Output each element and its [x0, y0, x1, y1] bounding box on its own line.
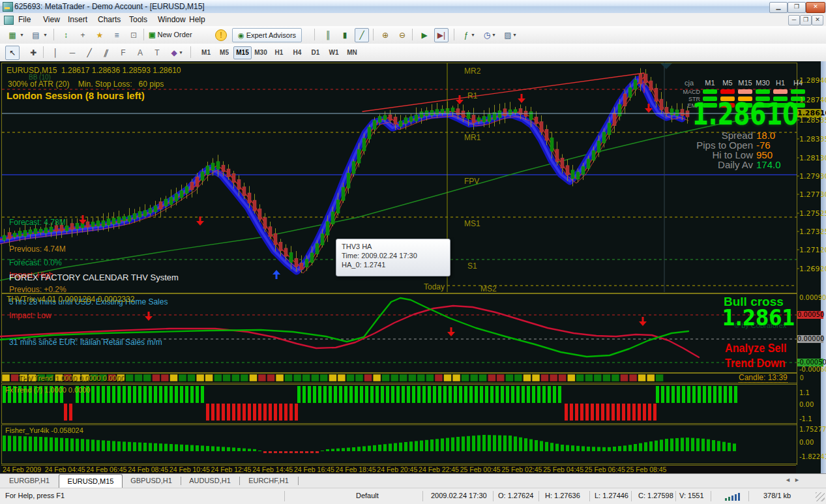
panel-cell-macd-H1: [773, 89, 788, 94]
menu-view[interactable]: View: [43, 15, 60, 24]
periods-dropdown[interactable]: ▼: [492, 33, 496, 37]
fx-tick: 0.00: [799, 401, 821, 408]
pivot-fpv: FPV: [464, 177, 479, 186]
menu-tools[interactable]: Tools: [129, 15, 147, 24]
timeframe-m30[interactable]: M30: [252, 46, 270, 59]
templates-dropdown[interactable]: ▼: [512, 33, 517, 37]
thvtrend-label: THV Trend 1.0000 0.0000 0.0000: [18, 374, 125, 382]
tab-gbpusd-h1[interactable]: GBPUSD,H1: [123, 474, 180, 488]
tab-scroll-left[interactable]: ◄: [785, 477, 791, 483]
zoom-in-button[interactable]: ⊕: [378, 28, 392, 42]
channel-button[interactable]: ∥: [96, 46, 116, 60]
time-label: 24 Feb 10:45: [167, 466, 213, 473]
arrows-dropdown[interactable]: ▼: [179, 50, 183, 55]
crosshair-button[interactable]: +: [76, 28, 90, 42]
status-time: 2009.02.24 17:30: [431, 492, 487, 499]
toolbar-separator: [454, 29, 454, 40]
menu-insert[interactable]: Insert: [68, 15, 87, 24]
price-tick: 1.28335: [799, 135, 821, 143]
time-label: 25 Feb 04:45: [540, 466, 586, 473]
pivot-ms2: MS2: [480, 284, 497, 293]
panel-cell-macd-M30: [756, 89, 770, 94]
menu-file[interactable]: File: [18, 15, 31, 24]
pivot-s1: S1: [467, 261, 477, 271]
new-order-icon: ▣: [149, 31, 157, 38]
market-watch-button[interactable]: ↕: [59, 28, 73, 42]
timeframe-h4[interactable]: H4: [288, 46, 306, 59]
indicators-dropdown[interactable]: ▼: [471, 33, 475, 37]
panel-corner: cja: [685, 79, 694, 87]
zoom-out-button[interactable]: ⊖: [395, 28, 409, 42]
menu-bar: FileViewInsertChartsToolsWindowHelp ─ ❐ …: [0, 13, 826, 27]
text-button[interactable]: A: [133, 46, 147, 60]
timeframe-h1[interactable]: H1: [270, 46, 288, 59]
standard-toolbar: ▦▼▤▼↕+★≡⊡▣ New Order!◉ Expert Advisors║▮…: [0, 26, 826, 44]
panel-cell-macd-M1: [703, 89, 717, 94]
candlestick-button[interactable]: ▮: [338, 28, 352, 42]
signal-bar: [731, 496, 733, 501]
profiles-dropdown[interactable]: ▼: [43, 33, 48, 37]
new-chart-button[interactable]: ▦: [5, 28, 20, 42]
chart-window-icon: [4, 16, 14, 25]
bar-chart-button[interactable]: ║: [321, 28, 335, 42]
signal-bar: [728, 497, 730, 501]
status-o: O: 1.27624: [498, 492, 533, 499]
timeframe-m1[interactable]: M1: [197, 46, 215, 59]
chart-shift-button[interactable]: ▶|: [434, 28, 449, 42]
alert-icon[interactable]: !: [215, 29, 227, 41]
timeframe-d1[interactable]: D1: [306, 46, 325, 59]
tab-eurchf-h1[interactable]: EURCHF,H1: [240, 474, 297, 488]
trendline-button[interactable]: ╱: [82, 46, 96, 60]
drawing-timeframe-toolbar: ↖✚│─╱∥FAT◆▼M1M5M15M30H1H4D1W1MN: [0, 44, 826, 62]
status-help: For Help, press F1: [5, 492, 65, 499]
mdi-restore-button[interactable]: ❐: [800, 15, 812, 25]
minimize-button[interactable]: ▁: [769, 2, 788, 13]
horizontal-line-button[interactable]: ─: [65, 46, 80, 60]
vertical-line-button[interactable]: │: [48, 46, 63, 60]
time-label: 24 Feb 2009: [3, 466, 48, 473]
price-tick: 1.27930: [799, 172, 821, 181]
timeframe-m5[interactable]: M5: [215, 46, 233, 59]
crosshair-tool-button[interactable]: ✚: [26, 46, 40, 60]
line-chart-button[interactable]: ╱: [355, 28, 369, 42]
timeframe-m15[interactable]: M15: [233, 46, 252, 59]
new-order-button[interactable]: ▣ New Order: [149, 28, 192, 41]
timeframe-mn[interactable]: MN: [343, 46, 361, 59]
profiles-button[interactable]: ▤: [29, 28, 43, 42]
new-chart-dropdown[interactable]: ▼: [20, 33, 24, 37]
favorites-button[interactable]: ★: [93, 28, 107, 42]
navigator-button[interactable]: ≡: [110, 28, 124, 42]
status-separator: [675, 491, 676, 501]
tab-scroll-right[interactable]: ►: [794, 477, 800, 483]
tab-eurgbp-h1[interactable]: EURGBP,H1: [1, 474, 57, 488]
data-window-button[interactable]: ⊡: [126, 28, 141, 42]
status-v: V: 1551: [679, 492, 704, 499]
menu-help[interactable]: Help: [189, 15, 205, 24]
status-h: H: 1.27636: [545, 492, 580, 499]
tab-eurusd-m15[interactable]: EURUSD,M15: [59, 474, 123, 488]
chart-area[interactable]: EURUSD,M15 1.28617 1.28636 1.28593 1.286…: [0, 61, 826, 473]
mdi-close-button[interactable]: ✕: [812, 15, 823, 25]
menu-window[interactable]: Window: [158, 15, 186, 24]
status-separator: [422, 491, 423, 501]
auto-scroll-button[interactable]: ▶: [417, 28, 432, 42]
status-l: L: 1.27446: [595, 492, 628, 499]
status-separator: [538, 491, 539, 501]
timeframe-w1[interactable]: W1: [325, 46, 343, 59]
signal-bar: [738, 493, 740, 501]
resize-grip[interactable]: [816, 492, 825, 501]
mdi-minimize-button[interactable]: ─: [788, 15, 800, 25]
status-separator: [748, 491, 749, 501]
window-title: 625693: MetaTrader - Demo Account - [EUR…: [14, 2, 205, 11]
expert-advisors-button[interactable]: ◉ Expert Advisors: [232, 28, 302, 42]
status-separator: [711, 491, 711, 501]
text-label-button[interactable]: T: [150, 46, 164, 60]
close-button[interactable]: ✕: [806, 2, 825, 13]
maximize-button[interactable]: ❐: [788, 2, 806, 13]
tab-audusd-h1[interactable]: AUDUSD,H1: [181, 474, 239, 488]
toolbar-separator: [373, 29, 374, 40]
fibonacci-button[interactable]: F: [116, 46, 130, 60]
panel-col-H1: H1: [773, 79, 788, 87]
cursor-button[interactable]: ↖: [5, 46, 20, 60]
menu-charts[interactable]: Charts: [98, 15, 121, 24]
